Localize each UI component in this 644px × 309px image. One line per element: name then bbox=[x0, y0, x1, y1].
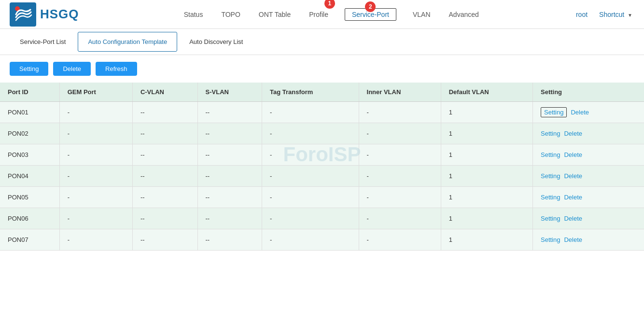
cell-gem-port: - bbox=[59, 102, 132, 123]
badge-2: 2 bbox=[365, 1, 376, 12]
col-tag-transform: Tag Transform bbox=[262, 83, 359, 102]
delete-button[interactable]: Delete bbox=[53, 62, 91, 76]
cell-gem-port: - bbox=[59, 166, 132, 187]
col-port-id: Port ID bbox=[0, 83, 59, 102]
cell-s-vlan: -- bbox=[197, 102, 262, 123]
cell-actions: SettingDelete bbox=[532, 187, 644, 208]
cell-inner-vlan: - bbox=[359, 208, 441, 229]
cell-port-id: PON06 bbox=[0, 208, 59, 229]
toolbar: Setting Delete Refresh bbox=[0, 55, 644, 83]
row-setting-link[interactable]: Setting bbox=[541, 151, 560, 158]
col-c-vlan: C-VLAN bbox=[132, 83, 197, 102]
cell-actions: SettingDelete bbox=[532, 144, 644, 166]
cell-c-vlan: -- bbox=[132, 166, 197, 187]
cell-port-id: PON05 bbox=[0, 187, 59, 208]
nav-status[interactable]: Status bbox=[182, 2, 205, 27]
tab-service-port-list[interactable]: Service-Port List bbox=[10, 32, 76, 52]
nav-advanced[interactable]: Advanced bbox=[447, 2, 481, 27]
cell-inner-vlan: - bbox=[359, 144, 441, 166]
row-setting-link[interactable]: Setting bbox=[541, 172, 560, 180]
row-delete-link[interactable]: Delete bbox=[571, 109, 589, 116]
nav-shortcut[interactable]: Shortcut ▼ bbox=[597, 2, 634, 27]
cell-default-vlan: 1 bbox=[441, 102, 532, 123]
nav-topo[interactable]: TOPO bbox=[219, 2, 242, 27]
row-setting-link[interactable]: Setting bbox=[541, 194, 560, 201]
cell-actions: SettingDelete bbox=[532, 229, 644, 251]
table-body: PON01-------1SettingDeletePON02-------1S… bbox=[0, 102, 644, 251]
cell-s-vlan: -- bbox=[197, 229, 262, 251]
row-setting-link[interactable]: Setting bbox=[541, 236, 560, 243]
cell-tag-transform: - bbox=[262, 229, 359, 251]
cell-inner-vlan: - bbox=[359, 102, 441, 123]
refresh-button[interactable]: Refresh bbox=[96, 62, 137, 76]
cell-inner-vlan: - bbox=[359, 166, 441, 187]
logo-area: HSGQ bbox=[10, 2, 79, 27]
row-delete-link[interactable]: Delete bbox=[564, 172, 582, 180]
nav-profile-wrap: Profile 1 bbox=[307, 2, 330, 27]
row-delete-link[interactable]: Delete bbox=[564, 194, 582, 201]
table-row: PON04-------1SettingDelete bbox=[0, 166, 644, 187]
tabs-bar: Service-Port List Auto Configuration Tem… bbox=[0, 29, 644, 55]
nav-vlan[interactable]: VLAN bbox=[411, 2, 433, 27]
col-inner-vlan: Inner VLAN bbox=[359, 83, 441, 102]
tab-auto-config-template[interactable]: Auto Configuration Template bbox=[78, 32, 177, 52]
cell-port-id: PON01 bbox=[0, 102, 59, 123]
table-row: PON03-------1SettingDelete bbox=[0, 144, 644, 166]
nav-right: root Shortcut ▼ bbox=[574, 2, 634, 27]
col-s-vlan: S-VLAN bbox=[197, 83, 262, 102]
table-row: PON01-------1SettingDelete bbox=[0, 102, 644, 123]
nav-shortcut-wrap: Shortcut ▼ bbox=[597, 2, 634, 27]
cell-gem-port: - bbox=[59, 229, 132, 251]
cell-tag-transform: - bbox=[262, 166, 359, 187]
logo-icon bbox=[10, 2, 36, 27]
cell-gem-port: - bbox=[59, 144, 132, 166]
table-row: PON05-------1SettingDelete bbox=[0, 187, 644, 208]
cell-tag-transform: - bbox=[262, 208, 359, 229]
col-default-vlan: Default VLAN bbox=[441, 83, 532, 102]
logo-text: HSGQ bbox=[40, 7, 79, 22]
col-setting: Setting bbox=[532, 83, 644, 102]
row-setting-link[interactable]: Setting bbox=[541, 107, 567, 117]
col-gem-port: GEM Port bbox=[59, 83, 132, 102]
cell-default-vlan: 1 bbox=[441, 229, 532, 251]
main-nav: Status TOPO ONT Table Profile 1 Service-… bbox=[98, 2, 564, 27]
cell-default-vlan: 1 bbox=[441, 208, 532, 229]
cell-port-id: PON03 bbox=[0, 144, 59, 166]
setting-button[interactable]: Setting bbox=[10, 62, 48, 76]
table-row: PON07-------1SettingDelete bbox=[0, 229, 644, 251]
row-setting-link[interactable]: Setting bbox=[541, 130, 560, 137]
cell-c-vlan: -- bbox=[132, 208, 197, 229]
row-setting-link[interactable]: Setting bbox=[541, 215, 560, 222]
row-delete-link[interactable]: Delete bbox=[564, 236, 582, 243]
nav-root[interactable]: root bbox=[574, 2, 589, 27]
cell-inner-vlan: - bbox=[359, 187, 441, 208]
shortcut-dropdown-arrow: ▼ bbox=[628, 13, 632, 18]
cell-port-id: PON04 bbox=[0, 166, 59, 187]
cell-gem-port: - bbox=[59, 208, 132, 229]
cell-c-vlan: -- bbox=[132, 187, 197, 208]
cell-port-id: PON02 bbox=[0, 123, 59, 144]
tab-auto-discovery-list[interactable]: Auto Discovery List bbox=[179, 32, 253, 52]
cell-gem-port: - bbox=[59, 123, 132, 144]
table-row: PON02-------1SettingDelete bbox=[0, 123, 644, 144]
cell-default-vlan: 1 bbox=[441, 123, 532, 144]
row-delete-link[interactable]: Delete bbox=[564, 215, 582, 222]
cell-tag-transform: - bbox=[262, 187, 359, 208]
badge-1: 1 bbox=[324, 0, 335, 9]
row-delete-link[interactable]: Delete bbox=[564, 151, 582, 158]
cell-actions: SettingDelete bbox=[532, 102, 644, 123]
cell-default-vlan: 1 bbox=[441, 166, 532, 187]
cell-gem-port: - bbox=[59, 187, 132, 208]
cell-s-vlan: -- bbox=[197, 123, 262, 144]
nav-ont-table[interactable]: ONT Table bbox=[257, 2, 293, 27]
cell-s-vlan: -- bbox=[197, 166, 262, 187]
cell-s-vlan: -- bbox=[197, 208, 262, 229]
cell-s-vlan: -- bbox=[197, 187, 262, 208]
cell-c-vlan: -- bbox=[132, 229, 197, 251]
table-container: Port ID GEM Port C-VLAN S-VLAN Tag Trans… bbox=[0, 83, 644, 251]
cell-port-id: PON07 bbox=[0, 229, 59, 251]
row-delete-link[interactable]: Delete bbox=[564, 130, 582, 137]
cell-s-vlan: -- bbox=[197, 144, 262, 166]
cell-default-vlan: 1 bbox=[441, 187, 532, 208]
main-table: Port ID GEM Port C-VLAN S-VLAN Tag Trans… bbox=[0, 83, 644, 251]
